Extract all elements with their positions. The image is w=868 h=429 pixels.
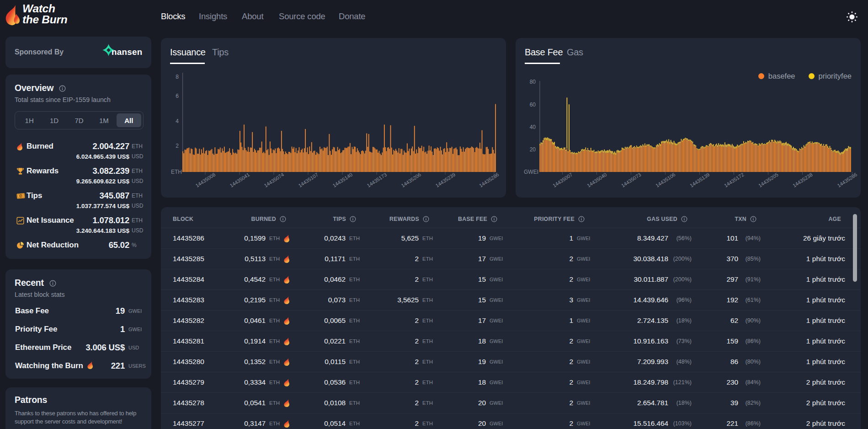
svg-text:80: 80 [530, 79, 536, 85]
svg-text:4: 4 [176, 118, 179, 124]
svg-text:ETH: ETH [171, 169, 182, 175]
svg-text:8: 8 [176, 74, 179, 80]
svg-text:14435286: 14435286 [836, 172, 858, 188]
svg-text:14435286: 14435286 [478, 172, 500, 188]
svg-text:60: 60 [530, 102, 536, 108]
svg-text:6: 6 [176, 93, 179, 99]
svg-text:40: 40 [530, 124, 536, 130]
svg-text:GWEI: GWEI [524, 169, 538, 175]
svg-text:20: 20 [530, 146, 536, 153]
svg-text:2: 2 [176, 143, 179, 149]
